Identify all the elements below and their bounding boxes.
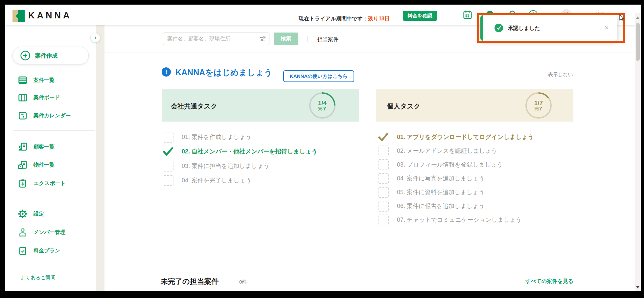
customer-list-icon [18,142,28,152]
sidebar-item-case-list[interactable]: 案件一覧 [18,75,55,86]
check-icon [163,146,173,157]
company-card-title: 会社共通タスク [171,102,217,111]
view-all-cases-link[interactable]: すべての案件を見る [509,278,573,285]
company-task-row: 03. 案件に担当を追加しましょう [163,160,269,172]
company-tasks-card: 会社共通タスク 1/4 完了 [162,89,359,122]
sidebar-divider [13,267,95,267]
brand-title: KANNA [28,11,72,21]
company-progress-label: 完了 [318,106,327,111]
onboarding-title: KANNAをはじめましょう [175,67,272,78]
case-board-icon [18,93,28,103]
personal-task-row: 06. 案件に報告を追加しましょう [378,200,485,212]
kanna-logo-icon[interactable] [12,10,25,22]
sidebar-item-export[interactable]: エクスポート [18,178,66,189]
task-checkbox[interactable] [163,175,173,186]
dismiss-link[interactable]: 表示しない [548,72,573,78]
sidebar-item-case-calendar[interactable]: 案件カレンダー [18,110,71,121]
personal-card-title: 個人タスク [387,102,420,111]
task-checkbox[interactable] [378,201,389,212]
task-checkbox[interactable] [163,132,173,143]
plan-icon [18,246,28,256]
toast-message: 承認しました [508,25,540,32]
sidebar-collapse-button[interactable]: ‹ [91,33,100,42]
personal-progress-value: 1/7 [534,100,543,106]
task-checkbox[interactable] [378,173,389,184]
sidebar-gutter [96,25,104,291]
company-progress-value: 1/4 [318,100,327,106]
sidebar-item-case-board[interactable]: 案件ボード [18,92,60,103]
personal-task-row: 04. 案件に写真を追加しましょう [378,173,485,184]
mouse-cursor-icon [619,14,625,22]
calendar-icon[interactable] [463,10,472,20]
chevron-left-icon: ‹ [95,35,96,40]
company-task-row: 02. 自社メンバー・他社メンバーを招待しましょう [163,146,317,157]
personal-tasks-card: 個人タスク 1/7 完了 [376,89,573,122]
success-toast: 承認しました × [480,15,617,41]
how-to-use-button[interactable]: KANNAの使い方はこちら [283,70,354,82]
check-pricing-button[interactable]: 料金を確認 [403,11,437,21]
company-task-row: 04. 案件を完了しましょう [163,175,252,186]
company-progress-ring: 1/4 完了 [309,92,335,119]
toolbar-divider [104,53,635,53]
faq-link[interactable]: よくあるご質問 [20,275,56,281]
toast-close-icon[interactable]: × [605,24,609,32]
info-icon: ! [162,67,171,77]
toast-accent-bar [480,15,483,41]
sidebar: 案件作成 案件一覧 案件ボード 案件カ [5,25,96,291]
sidebar-divider [13,198,95,198]
case-list-icon [18,75,28,85]
sidebar-item-settings[interactable]: 設定 [18,208,44,219]
trial-banner: 現在トライアル期間中です：残り13日 [298,15,390,22]
check-icon [378,132,389,143]
personal-progress-label: 完了 [535,106,543,111]
personal-task-row: 01. アプリをダウンロードしてログインしましょう [378,131,534,143]
personal-task-row: 03. プロフィール情報を登録しましょう [378,159,503,170]
sidebar-item-member-management[interactable]: メンバー管理 [18,227,65,238]
incomplete-cases-heading: 未完了の担当案件 [161,277,219,287]
filter-sliders-icon[interactable] [260,35,266,42]
scrollbar-thumb[interactable] [636,23,640,61]
company-task-row: 01. 案件を作成しましょう [163,131,252,143]
task-checkbox[interactable] [378,187,389,198]
assigned-cases-checkbox[interactable] [308,36,314,42]
create-case-button[interactable]: 案件作成 [12,47,89,64]
create-case-label: 案件作成 [35,52,58,59]
sidebar-item-property-list[interactable]: 物件一覧 [18,159,55,171]
plus-circle-icon [20,50,31,61]
sidebar-item-customer-list[interactable]: 顧客一覧 [18,141,55,152]
task-checkbox[interactable] [378,159,389,170]
vertical-scrollbar[interactable] [635,13,641,291]
main-content: 検索 担当案件 ! KANNAをはじめましょう KANNAの使い方はこちら 表示… [104,25,635,291]
scroll-up-arrow-icon[interactable] [636,16,639,19]
export-icon [18,178,28,188]
personal-progress-ring: 1/7 完了 [525,92,552,119]
sidebar-item-pricing-plan[interactable]: 料金プラン [18,245,60,256]
member-icon [18,227,28,237]
sidebar-divider [13,130,95,131]
gear-icon [18,209,28,219]
search-input[interactable] [163,33,269,45]
personal-task-row: 02. メールアドレスを認証しましょう [378,145,497,156]
case-calendar-icon [18,111,28,121]
incomplete-cases-count: 0件 [239,279,247,285]
task-checkbox[interactable] [163,161,173,172]
task-checkbox[interactable] [378,146,389,156]
personal-task-row: 05. 案件に資料を追加しましょう [378,187,485,198]
personal-task-row: 07. チャットでコミュニケーションしましょう [378,214,522,225]
property-list-icon [18,160,28,170]
assigned-cases-label: 担当案件 [317,36,338,43]
app-window: KANNA 現在トライアル期間中です：残り13日 料金を確認 ? K KANNA… [0,0,644,298]
success-check-icon [494,24,503,32]
task-checkbox[interactable] [378,215,389,225]
scroll-down-arrow-icon[interactable] [636,286,639,288]
search-button[interactable]: 検索 [274,33,298,45]
trial-days-remaining: 残り13日 [368,16,390,21]
search-field-wrap [163,33,269,45]
